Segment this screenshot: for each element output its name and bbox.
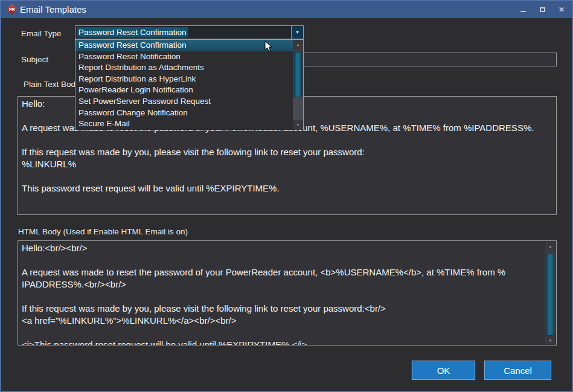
html-body-scrollbar[interactable]: ▲ ▼ — [545, 242, 555, 344]
chevron-down-icon: ▼ — [295, 30, 300, 35]
scroll-up-icon: ▲ — [296, 43, 300, 47]
dropdown-item[interactable]: Password Change Notification — [75, 108, 293, 119]
html-body-content: Hello:<br/><br/> A request was made to r… — [18, 241, 545, 345]
app-icon: PR — [6, 4, 17, 14]
scroll-down-button[interactable]: ▼ — [293, 120, 303, 130]
scroll-down-button[interactable]: ▼ — [545, 336, 555, 345]
email-type-label: Email Type — [21, 29, 62, 38]
dropdown-item[interactable]: Password Reset Notification — [75, 51, 293, 63]
ok-button[interactable]: OK — [412, 361, 475, 380]
scrollbar-thumb[interactable] — [546, 254, 554, 336]
scroll-down-icon: ▼ — [296, 123, 300, 127]
dropdown-items: Password Reset Confirmation Password Res… — [75, 40, 293, 130]
close-button[interactable]: ✕ — [555, 3, 568, 16]
scroll-up-icon: ▲ — [549, 245, 552, 248]
titlebar: PR Email Templates ✕ — [1, 1, 572, 18]
scroll-down-icon: ▼ — [549, 339, 552, 342]
plain-text-body-label: Plain Text Body — [24, 80, 80, 89]
dropdown-item[interactable]: PowerReader Login Notification — [75, 85, 293, 96]
dropdown-item[interactable]: Set PowerServer Password Request — [75, 96, 293, 108]
html-body-textarea[interactable]: Hello:<br/><br/> A request was made to r… — [18, 240, 557, 345]
combobox-drop-button[interactable]: ▼ — [291, 26, 303, 39]
scroll-up-button[interactable]: ▲ — [545, 242, 555, 251]
maximize-button[interactable] — [536, 3, 549, 16]
scrollbar-thumb[interactable] — [294, 52, 302, 97]
scroll-up-button[interactable]: ▲ — [293, 40, 303, 50]
email-type-combobox[interactable]: Password Reset Confirmation ▼ — [75, 25, 304, 39]
dropdown-item[interactable]: Report Distribution as Attachments — [75, 62, 293, 74]
dropdown-item[interactable]: Secure E-Mail — [75, 118, 293, 130]
window-controls: ✕ — [516, 1, 568, 18]
dropdown-item[interactable]: Report Distribution as HyperLink — [75, 74, 293, 85]
email-templates-window: PR Email Templates ✕ Email Type Subject … — [0, 0, 573, 392]
email-type-dropdown-list: Password Reset Confirmation Password Res… — [75, 39, 304, 130]
minimize-button[interactable] — [516, 3, 530, 16]
dropdown-item[interactable]: Password Reset Confirmation — [75, 40, 293, 51]
window-title: Email Templates — [20, 4, 86, 14]
cancel-button[interactable]: Cancel — [484, 361, 551, 380]
subject-label: Subject — [21, 55, 48, 64]
combobox-edit[interactable]: Password Reset Confirmation — [75, 26, 291, 39]
maximize-icon — [540, 7, 545, 12]
minimize-icon — [520, 11, 526, 12]
dropdown-scrollbar[interactable]: ▲ ▼ — [293, 40, 303, 130]
html-body-label: HTML Body (Used if Enable HTML Email is … — [18, 227, 188, 236]
scrollbar-track[interactable] — [293, 97, 303, 120]
close-icon: ✕ — [559, 6, 565, 13]
combobox-selected-text: Password Reset Confirmation — [77, 27, 188, 37]
app-icon-text: PR — [9, 7, 15, 11]
